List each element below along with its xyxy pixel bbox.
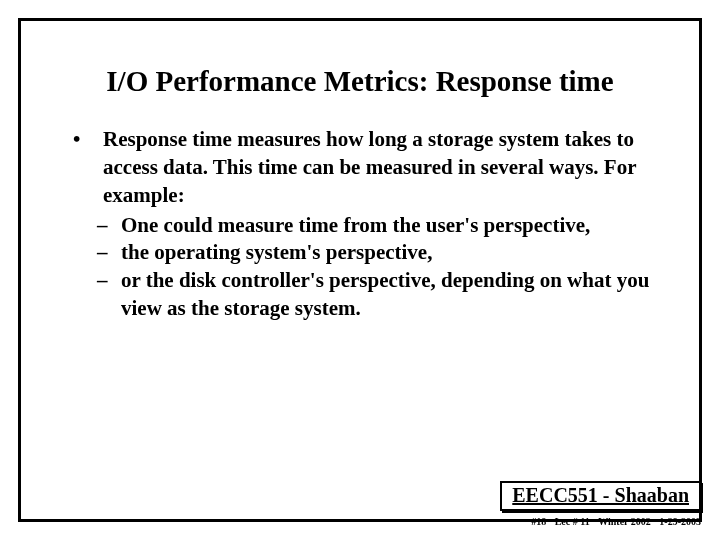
bullet-marker: • <box>69 126 103 154</box>
footer-term: Winter 2002 <box>598 516 651 527</box>
sub-bullet-marker: – <box>91 239 121 267</box>
sub-bullet-list: – One could measure time from the user's… <box>21 212 699 323</box>
sub-bullet-item: – the operating system's perspective, <box>91 239 671 267</box>
slide-title: I/O Performance Metrics: Response time <box>21 65 699 98</box>
footer-date: 1-29-2003 <box>659 516 701 527</box>
footer-course-label: EECC551 - Shaaban <box>500 481 701 511</box>
bullet-text: Response time measures how long a storag… <box>103 126 671 209</box>
footer-lecture: Lec # 11 <box>555 516 590 527</box>
slide-content: • Response time measures how long a stor… <box>21 126 699 209</box>
sub-bullet-marker: – <box>91 212 121 240</box>
sub-bullet-text: or the disk controller's perspective, de… <box>121 267 671 322</box>
footer-course-box: EECC551 - Shaaban <box>500 481 701 511</box>
footer-meta: #18 Lec # 11 Winter 2002 1-29-2003 <box>525 516 701 527</box>
slide-frame: I/O Performance Metrics: Response time •… <box>18 18 702 522</box>
sub-bullet-marker: – <box>91 267 121 295</box>
sub-bullet-item: – or the disk controller's perspective, … <box>91 267 671 322</box>
sub-bullet-item: – One could measure time from the user's… <box>91 212 671 240</box>
bullet-item: • Response time measures how long a stor… <box>69 126 671 209</box>
footer-page: #18 <box>531 516 546 527</box>
sub-bullet-text: the operating system's perspective, <box>121 239 671 267</box>
sub-bullet-text: One could measure time from the user's p… <box>121 212 671 240</box>
